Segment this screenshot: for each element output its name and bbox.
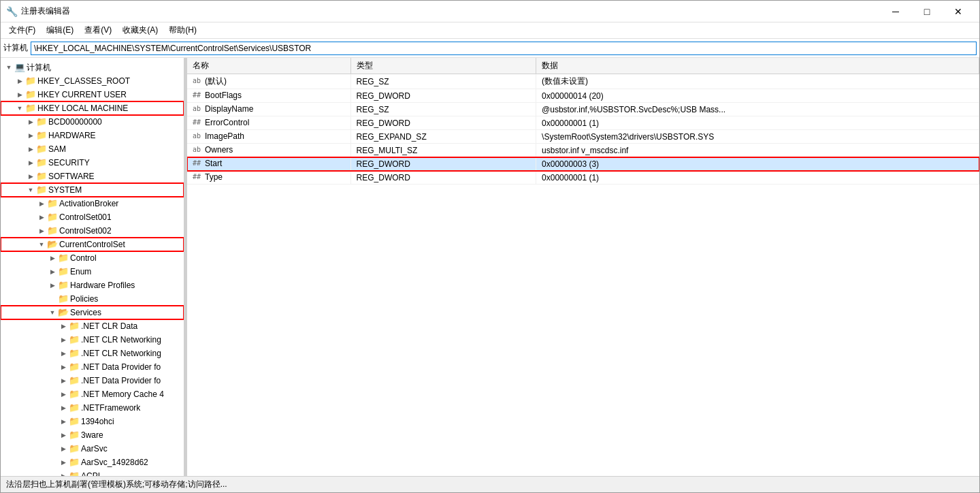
tree-expander-icon[interactable]: ▼ (25, 185, 36, 195)
menu-item[interactable]: 帮助(H) (163, 23, 202, 37)
tree-node-control[interactable]: ▶📁Control (1, 251, 184, 265)
tree-node-acpi[interactable]: ▶📁ACPI (1, 469, 184, 476)
tree-expander-icon[interactable]: ▶ (25, 171, 36, 182)
tree-expander-icon[interactable]: ▶ (58, 321, 69, 332)
tree-expander-icon[interactable]: ▶ (14, 89, 25, 100)
tree-expander-icon[interactable]: ▶ (47, 280, 58, 291)
folder-icon: 📁 (25, 89, 36, 100)
table-row[interactable]: ##StartREG_DWORD0x00000003 (3) (187, 157, 979, 171)
table-row[interactable]: ##ErrorControlREG_DWORD0x00000001 (1) (187, 116, 979, 130)
tree-node-label: HKEY_CLASSES_ROOT (37, 76, 130, 86)
tree-expander-icon[interactable]: ▶ (58, 389, 69, 400)
table-row[interactable]: abOwnersREG_MULTI_SZusbstor.inf v_mscdsc… (187, 144, 979, 157)
tree-node-netclrdata[interactable]: ▶📁.NET CLR Data (1, 319, 184, 333)
folder-icon: 📁 (69, 375, 80, 386)
table-row[interactable]: ab(默认)REG_SZ(数值未设置) (187, 74, 979, 89)
tree-expander-icon[interactable]: ▶ (36, 198, 47, 209)
tree-node-bcd[interactable]: ▶📁BCD00000000 (1, 115, 184, 129)
tree-expander-icon[interactable]: ▶ (58, 362, 69, 372)
tree-node-netclrnetworking2[interactable]: ▶📁.NET CLR Networking (1, 347, 184, 360)
tree-node-software[interactable]: ▶📁SOFTWARE (1, 170, 184, 183)
menu-item[interactable]: 编辑(E) (41, 23, 79, 37)
reg-name-cell: ##Start (187, 157, 350, 171)
folder-icon: 📁 (69, 443, 80, 454)
tree-expander-icon[interactable]: ▶ (47, 253, 58, 264)
tree-node-label: .NET Data Provider fo (81, 362, 161, 372)
column-header-类型: 类型 (350, 58, 536, 74)
menu-item[interactable]: 文件(F) (3, 23, 41, 37)
tree-node-hardwareprofiles[interactable]: ▶📁Hardware Profiles (1, 279, 184, 292)
folder-icon: 📁 (36, 157, 47, 168)
tree-expander-icon[interactable]: ▶ (58, 416, 69, 427)
reg-type-cell: REG_SZ (350, 103, 536, 116)
tree-expander-icon[interactable]: ▶ (58, 430, 69, 441)
tree-expander-icon[interactable]: ▶ (14, 76, 25, 86)
folder-icon: 📁 (69, 321, 80, 332)
reg-name-cell: abDisplayName (187, 103, 350, 116)
tree-expander-icon[interactable]: ▶ (58, 375, 69, 386)
tree-node-label: .NET CLR Networking (81, 335, 161, 345)
table-row[interactable]: abDisplayNameREG_SZ@usbstor.inf,%USBSTOR… (187, 103, 979, 116)
tree-panel[interactable]: ▼💻计算机▶📁HKEY_CLASSES_ROOT▶📁HKEY CURRENT U… (1, 58, 184, 476)
tree-expander-icon[interactable]: ▼ (14, 103, 25, 114)
tree-expander-icon[interactable] (47, 293, 58, 304)
tree-expander-icon[interactable]: ▶ (36, 225, 47, 236)
tree-node-services[interactable]: ▼📂Services (1, 306, 184, 319)
menu-bar: 文件(F)编辑(E)查看(V)收藏夹(A)帮助(H) (1, 22, 979, 39)
tree-node-controlset001[interactable]: ▶📁ControlSet001 (1, 210, 184, 224)
tree-expander-icon[interactable]: ▶ (58, 334, 69, 345)
tree-expander-icon[interactable]: ▶ (58, 457, 69, 468)
tree-node-computer[interactable]: ▼💻计算机 (1, 61, 184, 74)
tree-node-activationbroker[interactable]: ▶📁ActivationBroker (1, 197, 184, 210)
tree-node-enum[interactable]: ▶📁Enum (1, 265, 184, 279)
tree-expander-icon[interactable]: ▶ (58, 471, 69, 476)
tree-node-controlset002[interactable]: ▶📁ControlSet002 (1, 224, 184, 238)
tree-expander-icon[interactable]: ▼ (36, 239, 47, 250)
tree-node-hkcu[interactable]: ▶📁HKEY CURRENT USER (1, 88, 184, 101)
tree-node-aarsvc[interactable]: ▶📁AarSvc (1, 442, 184, 456)
tree-expander-icon[interactable]: ▼ (3, 62, 14, 73)
tree-node-netframework[interactable]: ▶📁.NETFramework (1, 401, 184, 415)
tree-node-label: .NET Memory Cache 4 (81, 389, 164, 399)
tree-node-security[interactable]: ▶📁SECURITY (1, 156, 184, 170)
folder-icon: 📁 (69, 402, 80, 413)
minimize-button[interactable]: ─ (880, 1, 911, 22)
tree-expander-icon[interactable]: ▼ (47, 307, 58, 318)
folder-icon: 📁 (36, 116, 47, 127)
tree-expander-icon[interactable]: ▶ (47, 266, 58, 277)
folder-icon: 📁 (69, 389, 80, 400)
tree-node-hklm[interactable]: ▼📁HKEY LOCAL MACHINE (1, 101, 184, 115)
close-button[interactable]: ✕ (943, 1, 974, 22)
tree-expander-icon[interactable]: ▶ (58, 348, 69, 359)
tree-node-sam[interactable]: ▶📁SAM (1, 142, 184, 156)
tree-expander-icon[interactable]: ▶ (36, 212, 47, 223)
tree-expander-icon[interactable]: ▶ (25, 144, 36, 155)
tree-node-hardware[interactable]: ▶📁HARDWARE (1, 129, 184, 142)
tree-node-1394ohci[interactable]: ▶📁1394ohci (1, 415, 184, 428)
table-row[interactable]: ##TypeREG_DWORD0x00000001 (1) (187, 171, 979, 185)
tree-node-label: Policies (70, 294, 98, 304)
table-row[interactable]: abImagePathREG_EXPAND_SZ\SystemRoot\Syst… (187, 130, 979, 144)
table-row[interactable]: ##BootFlagsREG_DWORD0x00000014 (20) (187, 89, 979, 103)
tree-node-policies[interactable]: 📁Policies (1, 292, 184, 306)
tree-node-system[interactable]: ▼📁SYSTEM (1, 183, 184, 197)
tree-expander-icon[interactable]: ▶ (25, 130, 36, 141)
menu-item[interactable]: 查看(V) (79, 23, 117, 37)
menu-item[interactable]: 收藏夹(A) (117, 23, 163, 37)
tree-node-currentcontrolset[interactable]: ▼📂CurrentControlSet (1, 238, 184, 251)
tree-node-netmemorycache[interactable]: ▶📁.NET Memory Cache 4 (1, 387, 184, 401)
tree-expander-icon[interactable]: ▶ (25, 116, 36, 127)
tree-expander-icon[interactable]: ▶ (25, 157, 36, 168)
address-input[interactable] (31, 42, 977, 55)
tree-expander-icon[interactable]: ▶ (58, 443, 69, 454)
tree-node-hkcr[interactable]: ▶📁HKEY_CLASSES_ROOT (1, 74, 184, 88)
folder-icon: 📁 (69, 471, 80, 476)
tree-node-netclrnetworking[interactable]: ▶📁.NET CLR Networking (1, 333, 184, 347)
tree-expander-icon[interactable]: ▶ (58, 402, 69, 413)
tree-node-netdataprovider[interactable]: ▶📁.NET Data Provider fo (1, 360, 184, 374)
tree-node-3ware[interactable]: ▶📁3ware (1, 428, 184, 442)
tree-node-aarsvc2[interactable]: ▶📁AarSvc_14928d62 (1, 456, 184, 469)
tree-node-label: 1394ohci (81, 417, 114, 426)
maximize-button[interactable]: □ (911, 1, 943, 22)
tree-node-netdataprovider2[interactable]: ▶📁.NET Data Provider fo (1, 374, 184, 387)
